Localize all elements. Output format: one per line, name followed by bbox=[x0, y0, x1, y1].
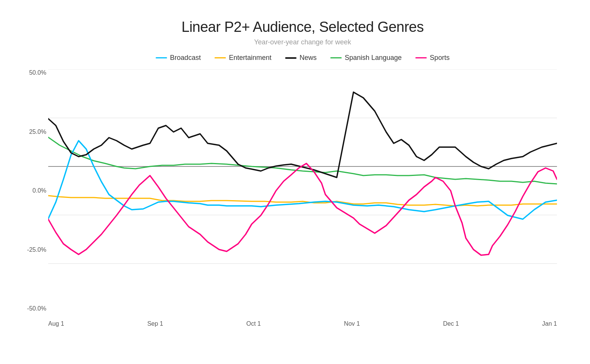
legend-spanish-label: Spanish Language bbox=[345, 54, 402, 62]
chart-title: Linear P2+ Audience, Selected Genres bbox=[48, 19, 557, 35]
legend-sports: Sports bbox=[415, 54, 450, 62]
legend-spanish: Spanish Language bbox=[330, 54, 402, 62]
legend-sports-label: Sports bbox=[430, 54, 450, 62]
y-label-neg50: -50.0% bbox=[18, 305, 46, 312]
x-label-sep: Sep 1 bbox=[147, 320, 163, 327]
x-label-jan: Jan 1 bbox=[542, 320, 557, 327]
x-axis: Aug 1 Sep 1 Oct 1 Nov 1 Dec 1 Jan 1 bbox=[48, 320, 557, 327]
legend-entertainment-label: Entertainment bbox=[229, 54, 271, 62]
sports-line-icon bbox=[415, 57, 427, 58]
y-label-neg25: -25.0% bbox=[18, 246, 46, 253]
entertainment-line-icon bbox=[215, 57, 226, 58]
chart-container: Linear P2+ Audience, Selected Genres Yea… bbox=[10, 8, 580, 356]
y-label-25: 25.0% bbox=[18, 129, 46, 135]
legend-entertainment: Entertainment bbox=[215, 54, 271, 62]
x-label-aug: Aug 1 bbox=[48, 320, 64, 327]
legend-news: News bbox=[285, 54, 317, 62]
news-line bbox=[48, 92, 557, 177]
y-label-50: 50.0% bbox=[18, 69, 46, 76]
y-axis: 50.0% 25.0% 0.0% -25.0% -50.0% bbox=[18, 69, 46, 312]
plot-area: 50.0% 25.0% 0.0% -25.0% -50.0% Aug 1 Sep… bbox=[48, 69, 557, 312]
legend-broadcast: Broadcast bbox=[156, 54, 201, 62]
chart-legend: Broadcast Entertainment News Spanish Lan… bbox=[48, 54, 557, 62]
y-label-0: 0.0% bbox=[18, 187, 46, 194]
x-label-nov: Nov 1 bbox=[344, 320, 360, 327]
chart-svg bbox=[48, 69, 557, 312]
chart-subtitle: Year-over-year change for week bbox=[48, 38, 557, 46]
legend-broadcast-label: Broadcast bbox=[170, 54, 201, 62]
legend-news-label: News bbox=[300, 54, 317, 62]
broadcast-line-icon bbox=[156, 57, 167, 58]
x-label-dec: Dec 1 bbox=[443, 320, 459, 327]
news-line-icon bbox=[285, 57, 297, 59]
sports-line bbox=[48, 163, 557, 255]
spanish-line-icon bbox=[330, 57, 342, 58]
spanish-line bbox=[48, 137, 557, 184]
x-label-oct: Oct 1 bbox=[246, 320, 261, 327]
